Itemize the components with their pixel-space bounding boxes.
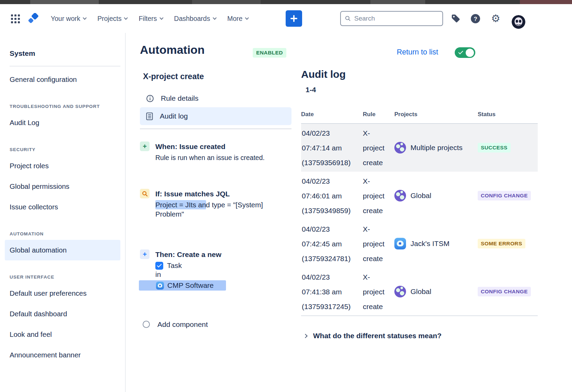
settings-button[interactable]: ⚙ <box>491 4 500 33</box>
toggle-knob <box>466 49 474 57</box>
nav-dashboards[interactable]: Dashboards <box>174 15 216 23</box>
plus-icon <box>140 249 150 259</box>
sidebar-item-general-configuration[interactable]: General configuration <box>0 69 125 90</box>
status-badge: CONFIG CHANGE <box>478 191 531 200</box>
nav-more-label: More <box>227 15 242 23</box>
sidebar-item-look-and-feel[interactable]: Look and feel <box>0 324 125 345</box>
project-name: Global <box>410 287 431 296</box>
jql-highlighted-text: Project = JIts an <box>155 200 206 209</box>
audit-table-body: 04/02/23 07:47:14 am (13759356918) X-pro… <box>301 124 538 316</box>
status-badge: CONFIG CHANGE <box>478 287 531 296</box>
audit-date: 04/02/23 07:47:14 am (13759356918) <box>301 124 363 172</box>
column-header-status: Status <box>478 111 538 118</box>
global-search[interactable] <box>340 11 443 26</box>
when-title: When: Issue created <box>155 142 265 151</box>
audit-rule: X-project create <box>363 172 394 220</box>
sidebar-item-audit-log[interactable]: Audit Log <box>0 112 125 133</box>
search-input[interactable] <box>354 15 438 22</box>
audit-table-header: Date Rule Projects Status <box>301 111 538 124</box>
nav-filters[interactable]: Filters <box>139 15 163 23</box>
sidebar-item-announcement-banner[interactable]: Announcement banner <box>0 345 125 365</box>
statuses-help-expander[interactable]: What do the different statuses mean? <box>301 332 442 340</box>
then-target-project: CMP Software <box>139 280 226 291</box>
then-issue-type: Task <box>155 261 226 270</box>
sidebar-item-default-user-preferences[interactable]: Default user preferences <box>0 283 125 304</box>
statuses-help-label: What do the different statuses mean? <box>313 332 442 340</box>
feedback-button[interactable] <box>451 4 460 33</box>
chevron-down-icon <box>245 16 249 20</box>
tab-audit-log[interactable]: Audit log <box>140 107 291 125</box>
sidebar-item-global-automation[interactable]: Global automation <box>5 240 120 260</box>
rule-panel-divider <box>140 128 291 129</box>
then-project-label: CMP Software <box>167 281 214 290</box>
info-icon <box>146 95 154 102</box>
rule-step-then[interactable]: Then: Create a new Task in CMP Software <box>140 250 291 291</box>
nav-more[interactable]: More <box>227 15 248 23</box>
user-avatar[interactable] <box>512 15 525 29</box>
tab-rule-details[interactable]: Rule details <box>140 89 291 107</box>
nav-projects[interactable]: Projects <box>97 15 127 23</box>
circle-icon <box>143 321 150 328</box>
project-icon <box>394 142 406 154</box>
audit-date: 04/02/23 07:42:45 am (13759324781) <box>301 220 363 268</box>
if-title: If: Issue matches JQL <box>155 189 275 198</box>
tab-rule-details-label: Rule details <box>161 94 199 102</box>
svg-text:?: ? <box>474 15 477 22</box>
rule-enabled-toggle[interactable] <box>455 47 475 58</box>
sidebar-heading-troubleshooting: TROUBLESHOOTING AND SUPPORT <box>0 100 125 112</box>
search-icon <box>345 15 351 22</box>
then-type-label: Task <box>167 261 182 270</box>
status-badge: SOME ERRORS <box>478 239 525 248</box>
help-button[interactable]: ? <box>470 4 480 33</box>
settings-sidebar: System General configuration TROUBLESHOO… <box>0 33 126 392</box>
chevron-down-icon <box>124 16 128 20</box>
sidebar-heading-security: SECURITY <box>0 143 125 156</box>
audit-log-row[interactable]: 04/02/23 07:41:38 am (13759317245) X-pro… <box>301 268 538 316</box>
app-switcher-button[interactable] <box>10 14 21 24</box>
jql-expression: Project = JIts and type = "[System] Prob… <box>155 200 275 219</box>
grid-icon <box>10 14 21 24</box>
audit-log-row[interactable]: 04/02/23 07:46:01 am (13759349859) X-pro… <box>301 172 538 220</box>
sidebar-item-global-permissions[interactable]: Global permissions <box>0 176 125 197</box>
plus-icon <box>140 142 150 151</box>
sidebar-divider <box>10 66 120 66</box>
chevron-down-icon <box>159 16 163 20</box>
rule-step-when[interactable]: When: Issue created Rule is run when an … <box>140 142 291 162</box>
rule-panel: X-project create Rule details <box>140 72 291 329</box>
project-icon <box>394 286 406 297</box>
audit-rule: X-project create <box>363 268 394 316</box>
column-header-date: Date <box>301 111 363 118</box>
cmp-software-icon <box>156 282 164 290</box>
audit-log-row[interactable]: 04/02/23 07:42:45 am (13759324781) X-pro… <box>301 220 538 268</box>
add-component-label: Add component <box>157 320 208 329</box>
audit-log-title: Audit log <box>301 69 538 80</box>
skull-avatar-icon <box>512 15 525 29</box>
magnifier-icon <box>140 189 150 198</box>
chevron-right-icon <box>303 334 308 338</box>
audit-log-row[interactable]: 04/02/23 07:47:14 am (13759356918) X-pro… <box>301 124 538 172</box>
help-icon: ? <box>470 14 480 24</box>
when-description: Rule is run when an issue is created. <box>155 153 265 162</box>
nav-dashboards-label: Dashboards <box>174 15 210 23</box>
sidebar-heading-user-interface: USER INTERFACE <box>0 271 125 283</box>
sidebar-item-project-roles[interactable]: Project roles <box>0 156 125 176</box>
add-component-button[interactable]: Add component <box>140 320 291 329</box>
window-titlebar <box>0 0 572 4</box>
project-icon <box>394 238 406 249</box>
project-name: Multiple projects <box>410 144 463 152</box>
nav-projects-label: Projects <box>97 15 121 23</box>
jira-logo-icon[interactable] <box>27 13 40 25</box>
nav-your-work[interactable]: Your work <box>51 15 86 23</box>
create-button[interactable] <box>286 10 302 27</box>
top-navbar: Your work Projects Filters Dashboards Mo… <box>0 4 572 33</box>
column-header-projects: Projects <box>394 111 478 118</box>
then-connector: in <box>155 270 226 279</box>
rule-step-if[interactable]: If: Issue matches JQL Project = JIts and… <box>140 189 291 219</box>
sidebar-item-issue-collectors[interactable]: Issue collectors <box>0 197 125 217</box>
sidebar-item-default-dashboard[interactable]: Default dashboard <box>0 304 125 324</box>
audit-date: 04/02/23 07:41:38 am (13759317245) <box>301 268 363 316</box>
return-to-list-link[interactable]: Return to list <box>397 48 438 57</box>
titlebar-segment <box>30 0 99 4</box>
tab-audit-log-label: Audit log <box>160 112 188 120</box>
task-checkbox-icon <box>155 262 163 270</box>
